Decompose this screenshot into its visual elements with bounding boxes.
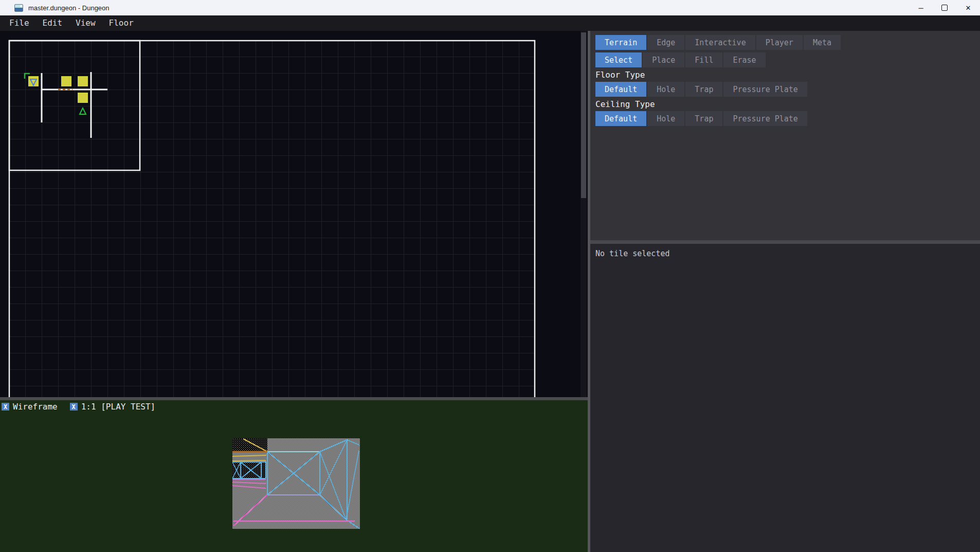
toggle-label: 1:1 [PLAY TEST] (81, 402, 156, 412)
wireframe-line (232, 460, 266, 461)
tab-meta[interactable]: Meta (804, 35, 841, 50)
minimize-icon: ─ (918, 4, 923, 12)
title-bar: master.dungeon - Dungeon ─✕ (0, 0, 980, 15)
mode-tabs: TerrainEdgeInteractivePlayerMeta (595, 35, 980, 50)
ceiling-type-trap[interactable]: Trap (685, 111, 722, 126)
maximize-icon (941, 5, 948, 11)
right-panel: TerrainEdgeInteractivePlayerMeta SelectP… (590, 31, 980, 552)
preview-toggle-row: XWireframeX1:1 [PLAY TEST] (0, 400, 588, 412)
tool-erase[interactable]: Erase (723, 52, 765, 67)
tool-select[interactable]: Select (595, 52, 642, 67)
map-canvas[interactable] (0, 31, 588, 397)
preview-panel: XWireframeX1:1 [PLAY TEST] (0, 400, 588, 552)
floor-type-default[interactable]: Default (595, 82, 646, 97)
dungeon-editor-window: master.dungeon - Dungeon ─✕ FileEditView… (0, 0, 980, 552)
floor-type-hole[interactable]: Hole (647, 82, 684, 97)
placed-tile[interactable] (78, 76, 88, 86)
app-icon (14, 4, 23, 12)
ceiling-type-label: Ceiling Type (595, 99, 980, 109)
ceiling-type-default[interactable]: Default (595, 111, 646, 126)
toggle-1-1-play-test[interactable]: X1:1 [PLAY TEST] (70, 402, 156, 412)
ceiling-type-options: DefaultHoleTrapPressure Plate (595, 111, 980, 126)
tab-edge[interactable]: Edge (647, 35, 684, 50)
toggle-label: Wireframe (13, 402, 58, 412)
maximize-button[interactable] (933, 0, 956, 15)
tab-terrain[interactable]: Terrain (595, 35, 646, 50)
minimize-button[interactable]: ─ (909, 0, 933, 15)
dark-dither-patch (232, 438, 267, 452)
floor-type-pressure-plate[interactable]: Pressure Plate (723, 82, 807, 97)
floor-type-trap[interactable]: Trap (685, 82, 722, 97)
menu-item-floor[interactable]: Floor (102, 15, 140, 31)
menu-item-edit[interactable]: Edit (36, 15, 69, 31)
vertical-scrollbar-thumb[interactable] (581, 32, 586, 198)
floor-type-options: DefaultHoleTrapPressure Plate (595, 82, 980, 97)
menu-item-file[interactable]: File (3, 15, 36, 31)
tab-interactive[interactable]: Interactive (685, 35, 755, 50)
checkbox-wireframe[interactable]: X (2, 403, 9, 411)
ceiling-type-pressure-plate[interactable]: Pressure Plate (723, 111, 807, 126)
window-title: master.dungeon - Dungeon (28, 4, 110, 12)
wireframe-render (232, 438, 360, 529)
ceiling-type-hole[interactable]: Hole (647, 111, 684, 126)
vertical-scrollbar[interactable] (580, 31, 587, 397)
placed-tile[interactable] (78, 93, 88, 103)
close-button[interactable]: ✕ (956, 0, 980, 15)
toggle-wireframe[interactable]: XWireframe (2, 402, 58, 412)
tool-fill[interactable]: Fill (685, 52, 722, 67)
menu-bar: FileEditViewFloor (0, 15, 980, 31)
panel-divider-horizontal (590, 240, 980, 244)
checkbox-1-1-play-test[interactable]: X (70, 403, 78, 411)
menu-item-view[interactable]: View (69, 15, 102, 31)
close-icon: ✕ (966, 4, 971, 12)
tool-buttons: SelectPlaceFillErase (595, 52, 980, 67)
tab-player[interactable]: Player (756, 35, 803, 50)
floor-type-label: Floor Type (595, 70, 980, 80)
selection-status-text: No tile selected (595, 249, 980, 258)
terrain-editor-section: TerrainEdgeInteractivePlayerMeta SelectP… (590, 31, 980, 240)
map-grid[interactable] (0, 31, 580, 397)
tool-place[interactable]: Place (643, 52, 684, 67)
tile-inspector-section: No tile selected (590, 244, 980, 552)
window-controls: ─✕ (909, 0, 980, 15)
placed-tile[interactable] (61, 76, 71, 86)
